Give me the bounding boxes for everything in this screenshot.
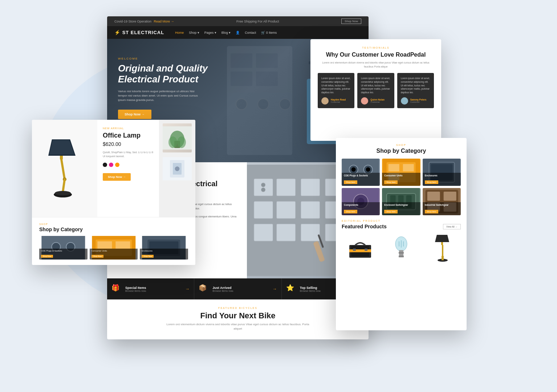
special-item-0[interactable]: 🎁 Special Items Browse items now. → bbox=[107, 278, 194, 299]
product-price: $620.00 bbox=[103, 141, 154, 147]
testimonials-panel: TESTIMONIALS Why Our Customer Love RoadP… bbox=[310, 39, 441, 141]
product-detail-panel: NEW ARRIVAL Office Lamp $620.00 Quislit,… bbox=[32, 120, 195, 265]
product-thumb-2[interactable] bbox=[163, 154, 192, 183]
featured-products-label: EDITORIAL PRODUCT bbox=[342, 220, 461, 222]
nav-account[interactable]: 👤 bbox=[236, 31, 240, 34]
mini-cat-0[interactable]: CDE Plugs & Sockets Shop Now bbox=[39, 236, 88, 260]
category-item-0[interactable]: CDE Plugs & Sockets Shop Item bbox=[342, 159, 380, 186]
nav-home[interactable]: Home bbox=[175, 31, 184, 34]
testimonials-cards: Lorem ipsum dolor sit amet, consectetur … bbox=[318, 73, 434, 108]
mini-cat-btn-2[interactable]: Shop Now bbox=[142, 255, 154, 258]
nav-pages[interactable]: Pages ▾ bbox=[204, 31, 216, 34]
product-detail-body: NEW ARRIVAL Office Lamp $620.00 Quislit,… bbox=[32, 120, 195, 217]
announcement-shop-button[interactable]: Shop Now bbox=[341, 19, 361, 24]
mini-cat-btn-1[interactable]: Shop Now bbox=[92, 255, 103, 258]
nav-contact[interactable]: Contact bbox=[245, 31, 256, 34]
nav-cart[interactable]: 🛒 0 Items bbox=[261, 31, 277, 34]
svg-rect-83 bbox=[442, 256, 444, 260]
svg-rect-80 bbox=[441, 242, 443, 245]
bottom-section: FEATURED BICYCLES Find Your Next Bike Lo… bbox=[107, 299, 369, 338]
testimonials-label: TESTIMONIALS bbox=[318, 46, 434, 49]
color-swatch-black[interactable] bbox=[103, 163, 107, 167]
mini-cat-2[interactable]: Enclosures Shop Now bbox=[140, 236, 188, 260]
product-info-section: NEW ARRIVAL Office Lamp $620.00 Quislit,… bbox=[97, 120, 159, 217]
nav-blog[interactable]: Blog ▾ bbox=[221, 31, 231, 34]
svg-point-96 bbox=[177, 136, 186, 148]
product-name: Office Lamp bbox=[103, 132, 154, 139]
special-items-bar: 🎁 Special Items Browse items now. → 📦 Ju… bbox=[107, 278, 369, 299]
svg-rect-28 bbox=[301, 201, 320, 219]
nav-links: Home Shop ▾ Pages ▾ Blog ▾ 👤 Contact 🛒 0… bbox=[175, 31, 361, 34]
svg-rect-75 bbox=[399, 250, 403, 252]
author-avatar-0 bbox=[321, 97, 329, 105]
category-overlay-3: Components Shop Item bbox=[342, 202, 380, 215]
mini-cat-overlay-0: CDE Plugs & Sockets Shop Now bbox=[39, 249, 88, 260]
product-info-text: Quislit, ShopPlain Li May, Sed. Li Li to… bbox=[103, 151, 154, 158]
testimonial-text-2: Lorem ipsum dolor sit amet, consectetur … bbox=[401, 77, 430, 94]
mini-cat-btn-0[interactable]: Shop Now bbox=[41, 255, 53, 258]
lamp-svg bbox=[434, 233, 450, 262]
testimonial-author-0: Hayden Read Customer bbox=[321, 97, 351, 105]
category-item-4[interactable]: Enclosed Switchgear Shop Item bbox=[382, 188, 420, 215]
svg-rect-2 bbox=[256, 53, 278, 68]
special-item-1[interactable]: 📦 Just Arrived Browse items now. → bbox=[194, 278, 281, 299]
product-thumbnails bbox=[159, 120, 195, 217]
special-arrow-0: → bbox=[185, 286, 190, 291]
svg-rect-3 bbox=[231, 72, 252, 86]
hero-content: WELCOME Original and Quality Electrical … bbox=[118, 57, 209, 119]
view-all-button[interactable]: View All → bbox=[443, 224, 461, 229]
special-text-0: Special Items Browse items now. bbox=[125, 286, 146, 292]
read-more-link[interactable]: Read More → bbox=[154, 20, 174, 23]
color-swatches bbox=[103, 163, 154, 167]
mini-cat-overlay-2: Enclosures Shop Now bbox=[140, 249, 188, 260]
category-item-3[interactable]: Components Shop Item bbox=[342, 188, 380, 215]
product-tag: NEW ARRIVAL bbox=[103, 127, 154, 130]
svg-rect-61 bbox=[427, 192, 440, 201]
category-shop-btn-1[interactable]: Shop Item bbox=[384, 180, 398, 184]
site-logo: ⚡ ST ELECTRICAL bbox=[114, 30, 164, 35]
color-swatch-pink[interactable] bbox=[109, 163, 113, 167]
hero-title: Original and Quality Electrical Product bbox=[118, 63, 209, 85]
hero-shop-button[interactable]: Shop Now → bbox=[118, 110, 151, 119]
toolbox-svg bbox=[347, 238, 373, 258]
hero-description: Varius nisl lobortis lorem augue pellent… bbox=[118, 89, 198, 102]
testimonial-card-2: Lorem ipsum dolor sit amet, consectetur … bbox=[397, 73, 434, 108]
svg-rect-78 bbox=[399, 256, 404, 257]
bulb-svg bbox=[394, 235, 408, 260]
shop-category-label: SHOP bbox=[342, 144, 461, 146]
svg-rect-4 bbox=[256, 72, 278, 86]
main-navigation: ⚡ ST ELECTRICAL Home Shop ▾ Pages ▾ Blog… bbox=[107, 26, 369, 39]
category-shop-btn-5[interactable]: Shop Item bbox=[425, 210, 438, 213]
svg-rect-46 bbox=[403, 164, 414, 171]
svg-rect-22 bbox=[276, 179, 296, 196]
category-overlay-0: CDE Plugs & Sockets Shop Item bbox=[342, 173, 380, 186]
testimonial-author-2: Sammy Peters Customer bbox=[401, 97, 430, 105]
svg-marker-79 bbox=[435, 235, 449, 242]
color-swatch-orange[interactable] bbox=[115, 163, 119, 167]
svg-point-91 bbox=[55, 191, 71, 195]
product-image-section bbox=[32, 120, 97, 217]
product-shop-button[interactable]: Shop Now → bbox=[103, 173, 131, 181]
special-icon-0: 🎁 bbox=[111, 284, 122, 294]
category-shop-btn-2[interactable]: Shop Item bbox=[425, 180, 438, 184]
svg-rect-19 bbox=[254, 179, 273, 196]
svg-rect-76 bbox=[399, 252, 404, 254]
category-shop-btn-0[interactable]: Shop Item bbox=[344, 180, 357, 184]
products-row bbox=[342, 233, 461, 264]
special-text-2: Top Selling Browse items now. bbox=[300, 286, 321, 292]
category-item-2[interactable]: Enclosures Shop Item bbox=[423, 159, 461, 186]
category-item-5[interactable]: Industrial Switchgear Shop Item bbox=[423, 188, 461, 215]
category-overlay-1: Consumer Units Shop Item bbox=[382, 173, 420, 186]
category-shop-btn-4[interactable]: Shop Item bbox=[384, 210, 398, 213]
featured-description: Lorem orci elementum dictum viverra sed … bbox=[165, 322, 310, 331]
nav-shop[interactable]: Shop ▾ bbox=[189, 31, 199, 34]
category-item-1[interactable]: Consumer Units Shop Item bbox=[382, 159, 420, 186]
special-icon-2: ⭐ bbox=[286, 284, 296, 294]
svg-rect-106 bbox=[97, 241, 112, 249]
svg-rect-81 bbox=[442, 245, 443, 256]
shop-category-title: Shop by Category bbox=[342, 148, 461, 154]
category-shop-btn-3[interactable]: Shop Item bbox=[344, 210, 357, 213]
mini-cat-1[interactable]: Consumer Units Shop Now bbox=[90, 236, 138, 260]
product-thumb-1[interactable] bbox=[163, 123, 192, 152]
product-item-lamp bbox=[423, 233, 461, 264]
